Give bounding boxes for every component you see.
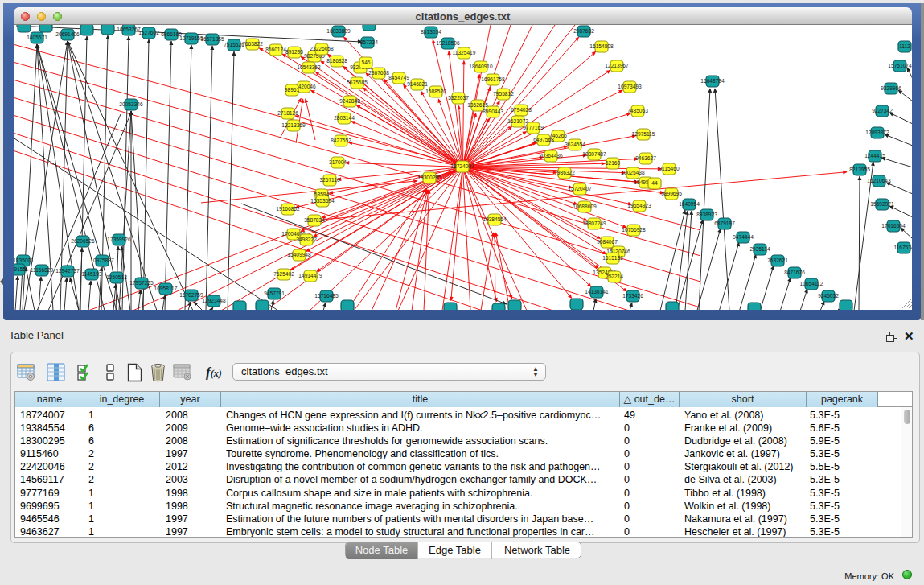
svg-text:17957225: 17957225 — [129, 280, 154, 286]
svg-text:17016504: 17016504 — [881, 223, 906, 229]
svg-text:9115460: 9115460 — [659, 166, 680, 171]
svg-text:10973493: 10973493 — [618, 84, 642, 89]
svg-text:15353594: 15353594 — [310, 198, 335, 204]
svg-text:1733426: 1733426 — [622, 293, 643, 299]
svg-text:1615132: 1615132 — [602, 255, 623, 261]
svg-text:15720407: 15720407 — [568, 186, 592, 192]
svg-text:15751074: 15751074 — [888, 63, 912, 68]
svg-text:10025438: 10025438 — [621, 170, 645, 175]
svg-text:9242848: 9242848 — [339, 98, 360, 104]
svg-text:10654112: 10654112 — [800, 281, 823, 286]
svg-text:98961: 98961 — [285, 87, 300, 93]
svg-text:14914479: 14914479 — [298, 273, 322, 278]
svg-text:16648784: 16648784 — [700, 78, 725, 84]
svg-text:8427552: 8427552 — [331, 138, 351, 143]
svg-text:9245052: 9245052 — [818, 293, 839, 299]
svg-text:12093872: 12093872 — [865, 130, 889, 135]
svg-text:19384554: 19384554 — [483, 216, 507, 222]
svg-text:16782759: 16782759 — [179, 292, 203, 298]
svg-text:10975887: 10975887 — [90, 257, 114, 263]
svg-text:16671355: 16671355 — [200, 36, 224, 42]
svg-text:12923448: 12923448 — [202, 298, 226, 303]
svg-text:10688609: 10688609 — [573, 204, 597, 209]
svg-text:20691406: 20691406 — [55, 31, 80, 37]
svg-text:9084067: 9084067 — [597, 239, 618, 245]
svg-text:7625402: 7625402 — [273, 271, 294, 277]
svg-text:6794028: 6794028 — [511, 107, 532, 113]
svg-text:18724007: 18724007 — [450, 163, 474, 169]
svg-text:3624554: 3624554 — [565, 142, 585, 147]
svg-text:9457791: 9457791 — [264, 290, 285, 296]
svg-text:7986322: 7986322 — [554, 170, 575, 175]
svg-text:1362615: 1362615 — [467, 102, 488, 108]
svg-text:9329966: 9329966 — [881, 85, 901, 91]
svg-text:11325419: 11325419 — [453, 50, 476, 56]
svg-text:12213369: 12213369 — [281, 122, 306, 128]
svg-text:5675685: 5675685 — [347, 80, 368, 85]
svg-text:17359926: 17359926 — [107, 237, 131, 242]
svg-text:2367608: 2367608 — [368, 70, 389, 76]
svg-text:18300295: 18300295 — [417, 175, 441, 180]
svg-text:14136141: 14136141 — [585, 289, 609, 295]
svg-text:1527602: 1527602 — [138, 30, 159, 35]
svg-text:2718126: 2718126 — [277, 110, 298, 116]
svg-text:10807487: 10807487 — [582, 151, 606, 157]
svg-text:20364436: 20364436 — [539, 153, 563, 159]
svg-text:1112: 1112 — [899, 43, 910, 49]
svg-text:2935114: 2935114 — [749, 246, 770, 252]
svg-text:9474444: 9474444 — [733, 234, 754, 240]
svg-text:6497568: 6497568 — [533, 137, 554, 142]
svg-text:1405571: 1405571 — [27, 35, 47, 40]
svg-text:19218506: 19218506 — [436, 40, 460, 46]
svg-text:5322037: 5322037 — [448, 95, 469, 101]
svg-text:6879197: 6879197 — [714, 220, 735, 226]
svg-text:1588520: 1588520 — [425, 89, 446, 94]
svg-text:20053346: 20053346 — [119, 101, 143, 107]
svg-text:10958117: 10958117 — [154, 286, 178, 291]
svg-text:16210643: 16210643 — [867, 178, 891, 183]
svg-text:1167534: 1167534 — [893, 245, 912, 250]
svg-text:8990443: 8990443 — [483, 109, 503, 114]
svg-text:15716485: 15716485 — [314, 293, 339, 299]
svg-text:12942737: 12942737 — [55, 268, 80, 274]
svg-text:11156829: 11156829 — [31, 267, 54, 273]
svg-text:252214: 252214 — [606, 274, 623, 279]
svg-text:16961758: 16961758 — [481, 76, 505, 82]
svg-text:8454749: 8454749 — [388, 75, 409, 80]
svg-text:8660124: 8660124 — [265, 47, 286, 52]
svg-text:1145193: 1145193 — [81, 271, 102, 277]
svg-text:1640954: 1640954 — [679, 201, 700, 207]
svg-text:1621072: 1621072 — [507, 118, 528, 124]
svg-text:1244415: 1244415 — [864, 153, 885, 159]
svg-text:12975115: 12975115 — [632, 131, 655, 137]
svg-text:7485063: 7485063 — [627, 108, 648, 113]
svg-text:9227342: 9227342 — [872, 108, 893, 113]
svg-text:1250513: 1250513 — [106, 274, 127, 280]
svg-text:16543362: 16543362 — [297, 64, 321, 70]
svg-text:2087682: 2087682 — [573, 28, 594, 34]
svg-text:23226058: 23226058 — [310, 46, 334, 51]
svg-text:3267110: 3267110 — [319, 177, 340, 183]
svg-text:9146821: 9146821 — [407, 81, 428, 87]
svg-text:12213967: 12213967 — [605, 63, 629, 68]
svg-text:0899695: 0899695 — [661, 191, 682, 196]
svg-text:19166852: 19166852 — [276, 206, 300, 212]
svg-text:18640910: 18640910 — [469, 64, 493, 69]
svg-text:8813054: 8813054 — [421, 29, 441, 35]
svg-text:7632621: 7632621 — [767, 257, 788, 263]
svg-text:1835001: 1835001 — [14, 257, 34, 263]
svg-text:16033809: 16033809 — [326, 28, 351, 34]
svg-text:891295: 891295 — [285, 49, 303, 55]
svg-text:26206526: 26206526 — [71, 238, 95, 244]
svg-text:7955812: 7955812 — [493, 91, 514, 97]
svg-text:44: 44 — [651, 180, 658, 186]
svg-text:8471676: 8471676 — [784, 270, 805, 275]
svg-text:317004: 317004 — [329, 159, 347, 165]
svg-text:3587834: 3587834 — [304, 217, 325, 223]
svg-text:7663822: 7663822 — [242, 41, 263, 47]
svg-text:9463627: 9463627 — [635, 155, 656, 161]
svg-text:8186328: 8186328 — [326, 58, 347, 64]
svg-text:15409948: 15409948 — [287, 252, 311, 257]
svg-text:3498222: 3498222 — [296, 237, 317, 242]
svg-text:8938923: 8938923 — [696, 212, 717, 217]
